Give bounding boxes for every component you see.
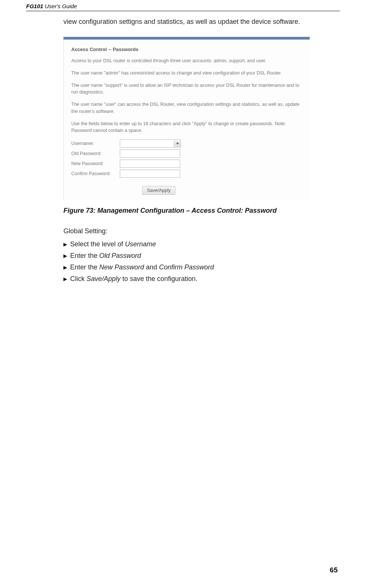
bullet-3-italic-a: New Password	[99, 263, 144, 271]
username-select[interactable]	[120, 139, 181, 148]
bullet-4: ▶ Click Save/Apply to save the configura…	[63, 275, 340, 283]
triangle-right-icon: ▶	[63, 275, 70, 282]
header-product: FG101	[26, 3, 43, 9]
bullet-3-text-a: Enter the	[70, 263, 99, 271]
triangle-right-icon: ▶	[63, 263, 70, 270]
header-subtitle: User's Guide	[45, 3, 77, 9]
bullet-2-italic: Old Password	[99, 252, 141, 259]
triangle-right-icon: ▶	[63, 252, 70, 259]
label-old-password: Old Password:	[71, 151, 120, 156]
triangle-right-icon: ▶	[63, 240, 70, 247]
page-header: FG101 User's Guide	[26, 0, 340, 11]
old-password-input[interactable]	[120, 149, 180, 158]
bullet-3: ▶ Enter the New Password and Confirm Pas…	[63, 263, 340, 271]
figure-screenshot: Access Control -- Passwords Access to yo…	[63, 37, 310, 200]
save-apply-button[interactable]: Save/Apply	[142, 186, 175, 195]
figure-para-1: Access to your DSL router is controlled …	[71, 57, 304, 64]
global-setting-title: Global Setting:	[63, 227, 340, 235]
bullet-2: ▶ Enter the Old Password	[63, 252, 340, 260]
page-number: 65	[26, 566, 340, 574]
figure-para-5: Use the fields below to enter up to 16 c…	[71, 120, 304, 135]
bullet-1-text: Select the level of	[70, 240, 125, 248]
new-password-input[interactable]	[120, 159, 180, 168]
figure-para-4: The user name "user" can access the DSL …	[71, 101, 304, 115]
bullet-1-italic: Username	[125, 240, 156, 248]
bullet-3-text-b: and	[144, 263, 159, 271]
label-username: Username:	[71, 141, 120, 146]
intro-text: view configuration settigns and statisti…	[63, 18, 340, 26]
figure-heading: Access Control -- Passwords	[71, 47, 304, 52]
confirm-password-input[interactable]	[120, 170, 180, 178]
bullet-2-text: Enter the	[70, 252, 99, 259]
label-confirm-password: Confirm Password:	[71, 171, 120, 176]
figure-para-2: The user name "admin" has unrestricted a…	[71, 70, 304, 77]
svg-marker-0	[176, 143, 179, 145]
bullet-4-italic: Save/Apply	[87, 275, 121, 282]
dropdown-arrow-icon[interactable]	[174, 140, 181, 147]
figure-top-bar	[63, 37, 310, 39]
label-new-password: New Password:	[71, 161, 120, 166]
bullet-4-text-b: to save the configuration.	[121, 275, 197, 282]
bullet-1: ▶ Select the level of Username	[63, 240, 340, 248]
bullet-3-italic-b: Confirm Password	[159, 263, 214, 271]
figure-para-3: The user name "support" is used to allow…	[71, 82, 304, 96]
figure-caption: Figure 73: Management Configuration – Ac…	[63, 207, 340, 215]
bullet-4-text-a: Click	[70, 275, 87, 282]
